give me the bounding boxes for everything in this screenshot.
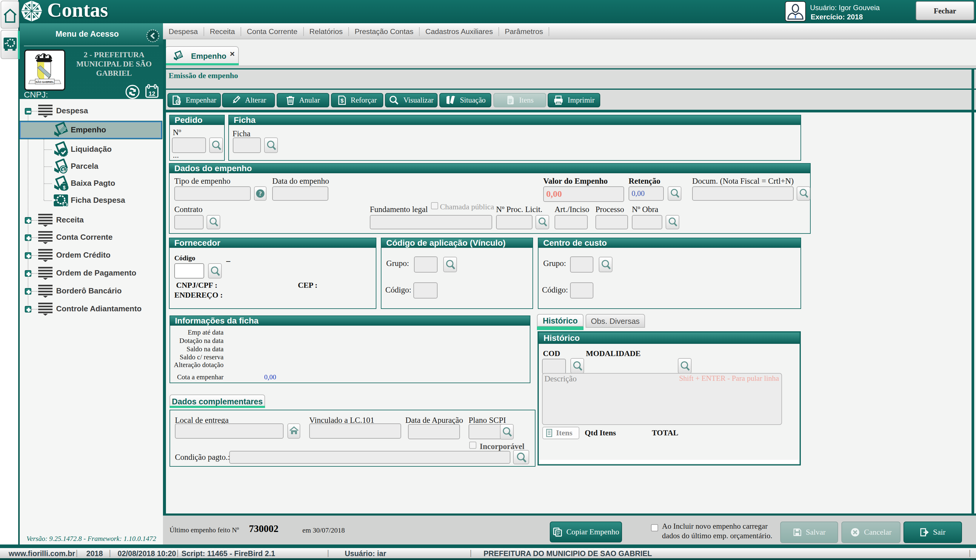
svg-text:12: 12 — [149, 90, 155, 97]
svg-text:SÃO GABRIEL: SÃO GABRIEL — [35, 80, 54, 83]
svg-text:$: $ — [62, 167, 65, 173]
svg-text:$: $ — [340, 98, 344, 104]
svg-text:$: $ — [63, 185, 66, 190]
